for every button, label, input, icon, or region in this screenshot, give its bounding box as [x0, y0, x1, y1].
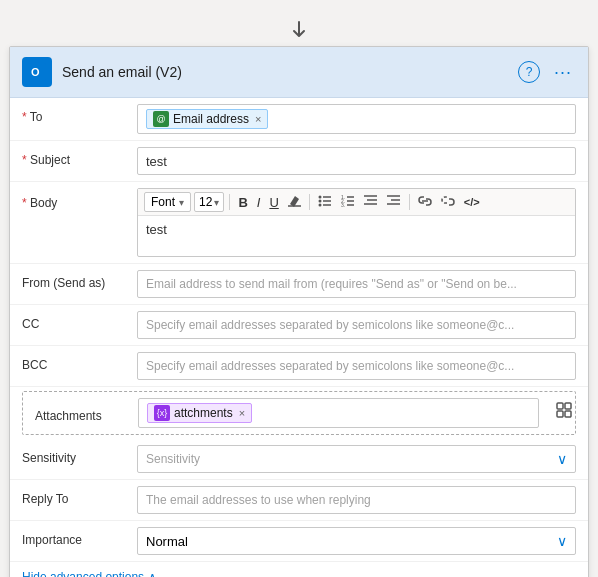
italic-button[interactable]: I — [254, 193, 264, 212]
sensitivity-label: Sensitivity — [22, 445, 137, 465]
attachments-input[interactable]: {x} attchments × — [138, 398, 539, 428]
svg-text:O: O — [31, 66, 40, 78]
cc-field-row: CC Specify email addresses separated by … — [10, 305, 588, 346]
subject-input[interactable]: test — [137, 147, 576, 175]
svg-rect-23 — [565, 403, 571, 409]
outdent-button[interactable] — [361, 192, 381, 212]
body-editor[interactable]: Font ▾ 12 ▾ B I U — [137, 188, 576, 257]
footer: Hide advanced options ∧ — [10, 562, 588, 577]
html-button[interactable]: </> — [461, 194, 483, 210]
toolbar-separator-2 — [309, 194, 310, 210]
caret-up-icon: ∧ — [148, 570, 157, 577]
svg-rect-24 — [557, 411, 563, 417]
attach-tag-icon: {x} — [154, 405, 170, 421]
bcc-field-row: BCC Specify email addresses separated by… — [10, 346, 588, 387]
to-label: To — [22, 104, 137, 124]
svg-point-3 — [318, 196, 321, 199]
svg-rect-22 — [557, 403, 563, 409]
body-toolbar: Font ▾ 12 ▾ B I U — [138, 189, 575, 216]
subject-label: Subject — [22, 147, 137, 167]
app-icon: O — [22, 57, 52, 87]
svg-rect-25 — [565, 411, 571, 417]
to-field-row: To @ Email address × — [10, 98, 588, 141]
size-select[interactable]: 12 ▾ — [194, 192, 224, 212]
bold-button[interactable]: B — [235, 193, 250, 212]
flow-arrow — [289, 20, 309, 40]
svg-point-7 — [318, 204, 321, 207]
from-input[interactable]: Email address to send mail from (require… — [137, 270, 576, 298]
importance-dropdown-arrow: ∨ — [557, 533, 567, 549]
sensitivity-dropdown[interactable]: Sensitivity ∨ — [137, 445, 576, 473]
reply-to-input[interactable]: The email addresses to use when replying — [137, 486, 576, 514]
importance-label: Importance — [22, 527, 137, 547]
from-label: From (Send as) — [22, 270, 137, 290]
importance-dropdown[interactable]: Normal ∨ — [137, 527, 576, 555]
ordered-list-button[interactable]: 1.2.3. — [338, 192, 358, 212]
underline-button[interactable]: U — [266, 193, 281, 212]
reply-to-label: Reply To — [22, 486, 137, 506]
indent-button[interactable] — [384, 192, 404, 212]
size-arrow-icon: ▾ — [214, 197, 219, 208]
cc-label: CC — [22, 311, 137, 331]
sensitivity-field-row: Sensitivity Sensitivity ∨ — [10, 439, 588, 480]
attachments-picker-icon[interactable] — [555, 401, 575, 425]
attach-tag-close[interactable]: × — [239, 407, 245, 419]
attachments-label: Attachments — [23, 403, 138, 423]
body-field-row: Body Font ▾ 12 ▾ B I U — [10, 182, 588, 264]
attachment-tag[interactable]: {x} attchments × — [147, 403, 252, 423]
font-select[interactable]: Font ▾ — [144, 192, 191, 212]
attachments-field-row: Attachments {x} attchments × — [22, 391, 576, 435]
unordered-list-button[interactable] — [315, 192, 335, 212]
link-button[interactable] — [415, 193, 435, 212]
card-header: O Send an email (V2) ? ··· — [10, 47, 588, 98]
card-title: Send an email (V2) — [62, 64, 518, 80]
from-field-row: From (Send as) Email address to send mai… — [10, 264, 588, 305]
importance-field-row: Importance Normal ∨ — [10, 521, 588, 562]
body-label: Body — [22, 188, 137, 210]
bcc-input[interactable]: Specify email addresses separated by sem… — [137, 352, 576, 380]
hide-advanced-link[interactable]: Hide advanced options ∧ — [22, 570, 157, 577]
body-content[interactable]: test — [138, 216, 575, 256]
to-tag-close[interactable]: × — [255, 113, 261, 125]
svg-text:3.: 3. — [341, 202, 345, 207]
reply-to-field-row: Reply To The email addresses to use when… — [10, 480, 588, 521]
sensitivity-dropdown-arrow: ∨ — [557, 451, 567, 467]
to-input[interactable]: @ Email address × — [137, 104, 576, 134]
toolbar-separator-3 — [409, 194, 410, 210]
help-button[interactable]: ? — [518, 61, 540, 83]
cc-input[interactable]: Specify email addresses separated by sem… — [137, 311, 576, 339]
toolbar-separator-1 — [229, 194, 230, 210]
to-tag-icon: @ — [153, 111, 169, 127]
more-button[interactable]: ··· — [550, 60, 576, 85]
to-tag[interactable]: @ Email address × — [146, 109, 268, 129]
unlink-button[interactable] — [438, 193, 458, 212]
font-arrow-icon: ▾ — [179, 197, 184, 208]
bcc-label: BCC — [22, 352, 137, 372]
highlight-button[interactable] — [285, 192, 304, 212]
subject-field-row: Subject test — [10, 141, 588, 182]
svg-point-5 — [318, 200, 321, 203]
